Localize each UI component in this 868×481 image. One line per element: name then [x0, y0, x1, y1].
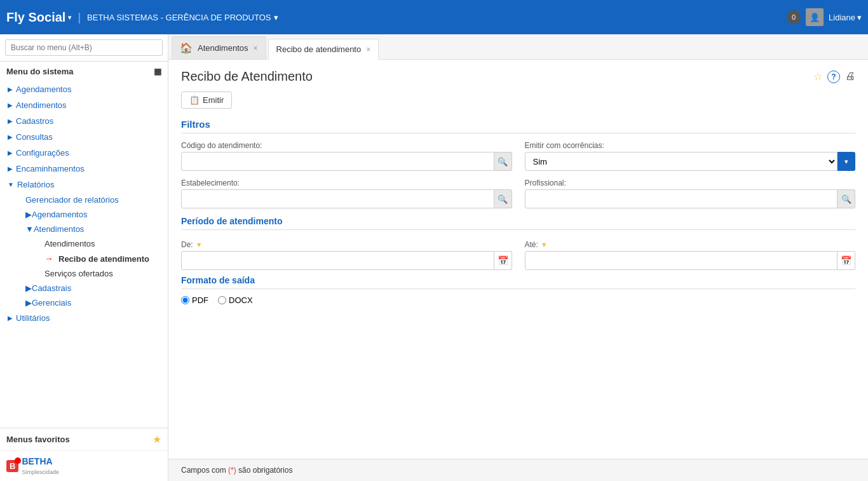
- search-icon: 🔍: [498, 157, 508, 166]
- profissional-input[interactable]: [525, 189, 838, 208]
- page-title: Recibo de Atendimento: [181, 69, 313, 84]
- tab-label: Atendimentos: [198, 43, 248, 53]
- sidebar-item-consultas[interactable]: ▶ Consultas: [0, 129, 168, 145]
- radio-pdf-input[interactable]: [181, 296, 189, 304]
- atendimentos-subsubmenu: Atendimentos → Recibo de atendimento Ser…: [13, 236, 168, 281]
- tri-icon: ▶: [8, 102, 13, 109]
- print-icon[interactable]: 🖨: [845, 71, 855, 83]
- formato-section-title: Formato de saída: [181, 275, 855, 289]
- brand-name: Fly Social: [6, 10, 65, 25]
- estabelecimento-search-button[interactable]: 🔍: [494, 189, 512, 208]
- form-row-2: Estabelecimento: 🔍 Profissional: 🔍: [181, 179, 855, 208]
- sidebar-item-servicos[interactable]: Serviços ofertados: [22, 266, 168, 281]
- form-group-emitir: Emitir com ocorrências: Sim Não ▾: [525, 141, 856, 171]
- sidebar-item-agendamentos[interactable]: ▶ Agendamentos: [0, 81, 168, 97]
- radio-pdf[interactable]: PDF: [181, 295, 208, 305]
- ate-input-group: 📅: [525, 251, 856, 270]
- page-title-row: Recibo de Atendimento ☆ ? 🖨: [181, 69, 855, 84]
- notification-badge[interactable]: 0: [787, 10, 801, 24]
- codigo-input-wrapper: 🔍: [181, 152, 512, 171]
- sidebar-item-label: Relatórios: [17, 180, 55, 189]
- collapse-icon[interactable]: ▦: [154, 67, 161, 76]
- avatar: 👤: [806, 8, 824, 26]
- tri-icon: ▶: [25, 298, 32, 308]
- betha-logo: B BETHA Simplescidade: [6, 456, 59, 476]
- select-arrow-button[interactable]: ▾: [837, 152, 855, 171]
- tab-atendimentos[interactable]: 🏠 Atendimentos ×: [172, 36, 266, 59]
- favorites-title: Menus favoritos: [6, 435, 70, 444]
- user-menu[interactable]: Lidiane ▾: [829, 13, 862, 22]
- profissional-search-button[interactable]: 🔍: [837, 189, 855, 208]
- tri-icon: ▶: [8, 315, 13, 322]
- form-group-codigo: Código do atendimento: 🔍: [181, 141, 512, 171]
- search-input[interactable]: [5, 39, 163, 56]
- sidebar-item-gerenciais[interactable]: ▶ Gerenciais: [13, 295, 168, 310]
- profissional-label: Profissional:: [525, 179, 856, 187]
- sidebar-item-atendimentos-leaf[interactable]: Atendimentos: [22, 236, 168, 251]
- ate-label: Até: ▼: [525, 240, 856, 249]
- ate-input[interactable]: [525, 251, 838, 270]
- sidebar-item-label: Gerenciais: [32, 298, 71, 308]
- sidebar-item-agendamentos-sub[interactable]: ▶ Agendamentos: [13, 207, 168, 222]
- emitir-select[interactable]: Sim Não: [525, 152, 838, 171]
- sidebar-item-configuracoes[interactable]: ▶ Configurações: [0, 145, 168, 161]
- top-navigation: Fly Social ▾ | BETHA SISTEMAS - GERÊNCIA…: [0, 0, 868, 34]
- form-row-1: Código do atendimento: 🔍 Emitir com ocor…: [181, 141, 855, 171]
- sidebar-item-cadastrais[interactable]: ▶ Cadastrais: [13, 281, 168, 295]
- tri-icon: ▶: [8, 118, 13, 125]
- sidebar-search-wrapper: [0, 34, 168, 62]
- current-page-arrow: →: [44, 254, 53, 264]
- tab-close-icon[interactable]: ×: [366, 45, 370, 54]
- calendar-icon: 📅: [498, 255, 508, 266]
- tab-close-icon[interactable]: ×: [254, 44, 258, 53]
- estabelecimento-input[interactable]: [181, 189, 494, 208]
- content-area: 🏠 Atendimentos × Recibo de atendimento ×…: [168, 34, 868, 481]
- sidebar-item-relatorios[interactable]: ▼ Relatórios: [0, 177, 168, 193]
- ate-calendar-button[interactable]: 📅: [837, 251, 855, 270]
- help-icon[interactable]: ?: [827, 71, 840, 83]
- tri-icon: ▶: [25, 283, 32, 293]
- top-nav-left: Fly Social ▾ | BETHA SISTEMAS - GERÊNCIA…: [6, 10, 278, 25]
- sidebar-item-atendimentos-sub[interactable]: ▼ Atendimentos: [13, 222, 168, 236]
- de-tip-icon: ▼: [196, 241, 203, 248]
- sidebar-item-gerenciador[interactable]: Gerenciador de relatórios: [13, 193, 168, 207]
- sidebar-item-encaminhamentos[interactable]: ▶ Encaminhamentos: [0, 161, 168, 177]
- main-layout: Menu do sistema ▦ ▶ Agendamentos ▶ Atend…: [0, 34, 868, 481]
- tri-icon: ▶: [25, 210, 32, 219]
- search-icon: 🔍: [841, 194, 851, 204]
- sidebar-item-atendimentos[interactable]: ▶ Atendimentos: [0, 97, 168, 113]
- sidebar-item-label: Configurações: [16, 148, 69, 158]
- sidebar: Menu do sistema ▦ ▶ Agendamentos ▶ Atend…: [0, 34, 168, 481]
- codigo-search-button[interactable]: 🔍: [494, 152, 512, 171]
- de-input[interactable]: [181, 251, 494, 270]
- tab-recibo[interactable]: Recibo de atendimento ×: [268, 39, 379, 60]
- sidebar-item-label: Serviços ofertados: [44, 269, 113, 278]
- sidebar-item-label: Atendimentos: [34, 224, 85, 234]
- de-calendar-button[interactable]: 📅: [494, 251, 512, 270]
- form-group-profissional: Profissional: 🔍: [525, 179, 856, 208]
- nav-divider: |: [78, 11, 81, 24]
- tri-icon: ▶: [8, 86, 13, 93]
- subtitle-menu[interactable]: BETHA SISTEMAS - GERÊNCIA DE PRODUTOS ▾: [87, 13, 278, 22]
- sidebar-item-cadastros[interactable]: ▶ Cadastros: [0, 113, 168, 129]
- radio-docx-input[interactable]: [218, 296, 226, 304]
- tri-icon: ▶: [8, 165, 13, 172]
- relatorios-submenu: Gerenciador de relatórios ▶ Agendamentos…: [0, 193, 168, 310]
- sidebar-item-utilitarios[interactable]: ▶ Utilitários: [0, 310, 168, 326]
- tri-icon: ▼: [25, 224, 34, 234]
- emitir-button[interactable]: 📋 Emitir: [181, 91, 232, 109]
- brand-logo[interactable]: Fly Social ▾: [6, 10, 71, 25]
- codigo-input[interactable]: [181, 152, 494, 171]
- de-input-group: 📅: [181, 251, 512, 270]
- sidebar-item-label: Cadastros: [16, 116, 53, 126]
- sidebar-favorites: Menus favoritos ★: [0, 428, 168, 451]
- sidebar-item-recibo[interactable]: → Recibo de atendimento: [22, 251, 168, 266]
- menu-title: Menu do sistema: [6, 67, 73, 76]
- user-name-text: Lidiane: [829, 13, 855, 22]
- sidebar-item-label: Agendamentos: [16, 85, 71, 94]
- radio-docx[interactable]: DOCX: [218, 295, 253, 305]
- emitir-icon: 📋: [189, 95, 200, 105]
- favorites-star-icon[interactable]: ★: [153, 433, 161, 445]
- star-favorite-icon[interactable]: ☆: [813, 71, 822, 83]
- top-nav-right: 0 👤 Lidiane ▾: [787, 8, 862, 26]
